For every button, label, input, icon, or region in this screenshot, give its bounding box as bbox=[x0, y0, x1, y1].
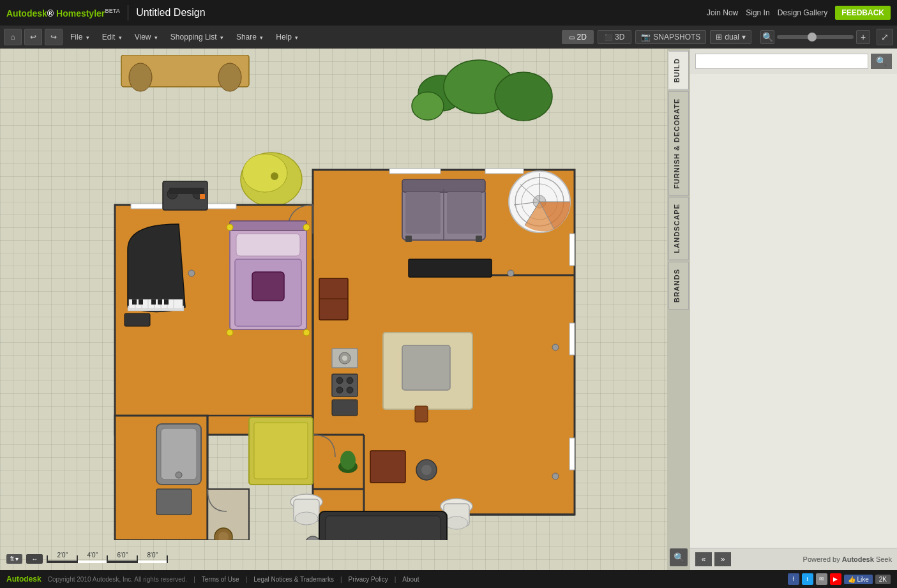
svg-rect-51 bbox=[158, 299, 162, 305]
youtube-icon[interactable]: ▶ bbox=[830, 573, 841, 585]
scale-mark-4: 4'0" bbox=[87, 552, 98, 559]
panel-search-row: 🔍 bbox=[690, 49, 897, 74]
measure-button[interactable]: ↔ bbox=[26, 554, 43, 564]
zoom-in-button[interactable]: + bbox=[856, 30, 870, 44]
zoom-slider-thumb[interactable] bbox=[808, 33, 817, 41]
svg-point-30 bbox=[188, 270, 195, 276]
svg-point-62 bbox=[303, 329, 310, 336]
panel-content-area: 🔍 « » Powered by Autodesk Seek bbox=[690, 49, 897, 570]
panel-search-input[interactable] bbox=[695, 54, 868, 69]
panel-search-button[interactable]: 🔍 bbox=[871, 54, 892, 69]
svg-point-2 bbox=[218, 63, 241, 91]
search-tab-icon[interactable]: 🔍 bbox=[670, 548, 688, 570]
svg-rect-37 bbox=[169, 188, 204, 194]
camera-icon: 📷 bbox=[641, 33, 651, 41]
svg-rect-38 bbox=[200, 194, 205, 199]
redo-button[interactable]: ↪ bbox=[45, 29, 63, 45]
twitter-icon[interactable]: t bbox=[802, 573, 813, 585]
edit-menu[interactable]: Edit ▾ bbox=[97, 30, 127, 44]
terms-link[interactable]: Terms of Use bbox=[202, 576, 239, 583]
svg-rect-105 bbox=[254, 423, 308, 479]
svg-point-98 bbox=[421, 465, 432, 475]
svg-rect-95 bbox=[402, 345, 450, 390]
svg-point-85 bbox=[342, 356, 347, 361]
svg-rect-25 bbox=[389, 169, 441, 174]
svg-point-60 bbox=[303, 224, 310, 230]
svg-point-6 bbox=[412, 92, 444, 120]
design-gallery-link[interactable]: Design Gallery bbox=[778, 8, 828, 17]
svg-point-93 bbox=[340, 451, 356, 470]
join-now-link[interactable]: Join Now bbox=[707, 8, 738, 17]
svg-point-9 bbox=[271, 172, 278, 180]
dual-button[interactable]: ⊞ dual ▾ bbox=[710, 30, 751, 44]
feedback-button[interactable]: FEEDBACK bbox=[835, 6, 891, 20]
logo-divider bbox=[128, 5, 128, 20]
about-link[interactable]: About bbox=[402, 576, 419, 583]
svg-point-111 bbox=[445, 516, 468, 529]
snapshots-button[interactable]: 📷 SNAPSHOTS bbox=[635, 30, 706, 44]
svg-rect-29 bbox=[569, 438, 575, 470]
svg-rect-50 bbox=[151, 299, 156, 305]
logo-text: Autodesk® HomestylerBETA bbox=[6, 8, 120, 19]
top-bar: Autodesk® HomestylerBETA Untitled Design… bbox=[0, 0, 897, 26]
file-menu[interactable]: File ▾ bbox=[65, 30, 94, 44]
share-menu[interactable]: Share ▾ bbox=[231, 30, 268, 44]
svg-point-59 bbox=[227, 224, 233, 230]
svg-point-87 bbox=[336, 377, 343, 384]
legal-link[interactable]: Legal Notices & Trademarks bbox=[253, 576, 334, 583]
svg-rect-55 bbox=[236, 234, 300, 256]
home-button[interactable]: ⌂ bbox=[4, 29, 22, 45]
svg-rect-52 bbox=[164, 299, 169, 305]
zoom-out-button[interactable]: 🔍 bbox=[760, 30, 774, 44]
2d-view-button[interactable]: ▭ 2D bbox=[562, 30, 594, 44]
zoom-slider[interactable] bbox=[777, 35, 854, 39]
canvas-area[interactable]: ft ▾ ↔ 2'0" 4'0" 6'0" bbox=[0, 49, 667, 570]
svg-point-90 bbox=[347, 387, 353, 393]
3d-icon: ⬛ bbox=[605, 34, 612, 41]
fullscreen-button[interactable]: ⤢ bbox=[877, 29, 893, 45]
view-menu[interactable]: View ▾ bbox=[130, 30, 163, 44]
svg-point-88 bbox=[347, 377, 353, 384]
floor-plan[interactable] bbox=[6, 55, 651, 540]
2k-button[interactable]: 2K bbox=[875, 575, 891, 584]
right-panel: BUILD FURNISH & DECORATE LANDSCAPE BRAND… bbox=[667, 49, 897, 570]
panel-prev-button[interactable]: « bbox=[695, 552, 712, 566]
help-menu[interactable]: Help ▾ bbox=[271, 30, 303, 44]
unit-button[interactable]: ft ▾ bbox=[6, 554, 22, 564]
svg-rect-28 bbox=[569, 323, 575, 355]
menu-right-controls: ▭ 2D ⬛ 3D 📷 SNAPSHOTS ⊞ dual ▾ 🔍 + ⤢ bbox=[562, 29, 893, 45]
sign-in-link[interactable]: Sign In bbox=[746, 8, 769, 17]
privacy-link[interactable]: Privacy Policy bbox=[349, 576, 388, 583]
landscape-tab[interactable]: LANDSCAPE bbox=[668, 197, 689, 260]
svg-rect-48 bbox=[132, 299, 137, 305]
3d-view-button[interactable]: ⬛ 3D bbox=[598, 30, 631, 44]
top-right-nav: Join Now Sign In Design Gallery FEEDBACK bbox=[707, 6, 891, 20]
powered-by-text: Powered by Autodesk Seek bbox=[803, 555, 892, 563]
email-icon[interactable]: ✉ bbox=[816, 573, 827, 585]
panel-bottom-nav: « » Powered by Autodesk Seek bbox=[690, 548, 897, 570]
dual-icon: ⊞ bbox=[716, 33, 722, 41]
furnish-tab[interactable]: FURNISH & DECORATE bbox=[668, 91, 689, 196]
footer-copyright: Copyright 2010 Autodesk, Inc. All rights… bbox=[48, 576, 187, 583]
svg-rect-53 bbox=[124, 313, 150, 326]
svg-rect-58 bbox=[230, 221, 306, 230]
bottom-bar: Autodesk Copyright 2010 Autodesk, Inc. A… bbox=[0, 570, 897, 588]
like-button[interactable]: 👍 Like bbox=[844, 575, 873, 584]
panel-next-button[interactable]: » bbox=[714, 552, 731, 566]
build-tab[interactable]: BUILD bbox=[668, 51, 689, 90]
vertical-tabs: BUILD FURNISH & DECORATE LANDSCAPE BRAND… bbox=[667, 49, 690, 570]
facebook-icon[interactable]: f bbox=[788, 573, 799, 585]
svg-point-108 bbox=[295, 512, 318, 525]
svg-point-102 bbox=[176, 472, 182, 478]
product-name: Homestyler bbox=[56, 8, 105, 18]
scale-mark-2: 2'0" bbox=[57, 552, 68, 559]
shopping-list-menu[interactable]: Shopping List ▾ bbox=[165, 30, 229, 44]
scale-bar: ft ▾ ↔ 2'0" 4'0" 6'0" bbox=[6, 554, 168, 564]
undo-button[interactable]: ↩ bbox=[24, 29, 42, 45]
svg-point-61 bbox=[227, 329, 233, 336]
svg-rect-49 bbox=[139, 299, 143, 305]
social-icons: f t ✉ ▶ 👍 Like 2K bbox=[788, 573, 891, 585]
brands-tab[interactable]: BRANDS bbox=[668, 262, 689, 310]
svg-rect-70 bbox=[405, 236, 412, 242]
svg-point-8 bbox=[243, 154, 287, 192]
